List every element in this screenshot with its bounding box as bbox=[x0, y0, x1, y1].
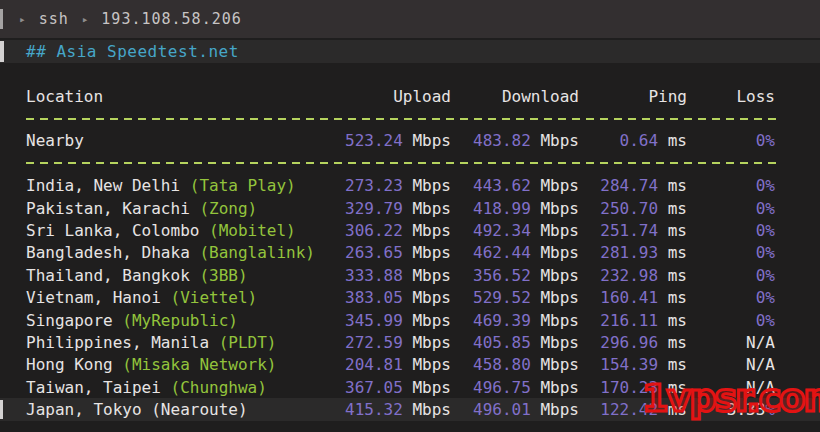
cell-location: Pakistan, Karachi (Zong) bbox=[0, 199, 331, 218]
upload-unit: Mbps bbox=[412, 355, 451, 374]
location-name: Pakistan, Karachi bbox=[26, 199, 199, 218]
cell-ping: 154.39 ms bbox=[579, 355, 687, 374]
cell-loss: 0% bbox=[687, 199, 775, 218]
cell-upload: 263.65 Mbps bbox=[331, 243, 451, 262]
header-download: Download bbox=[451, 87, 579, 106]
download-value: 458.80 bbox=[473, 355, 531, 374]
download-value: 469.39 bbox=[473, 311, 531, 330]
loss-value: 3.33 bbox=[727, 400, 766, 419]
download-value: 496.01 bbox=[473, 400, 531, 419]
cell-loss: 0% bbox=[687, 288, 775, 307]
cell-location: Singapore (MyRepublic) bbox=[0, 311, 331, 330]
location-name: Hong Kong bbox=[26, 355, 122, 374]
command-banner: ## Asia Speedtest.net bbox=[0, 40, 820, 63]
ping-value: 0.64 bbox=[620, 131, 659, 150]
cell-ping: 122.42 ms bbox=[579, 400, 687, 419]
table-row: Thailand, Bangkok (3BB) 333.88 Mbps 356.… bbox=[0, 264, 820, 286]
ping-value: 251.74 bbox=[600, 221, 658, 240]
upload-value: 204.81 bbox=[345, 355, 403, 374]
upload-value: 306.22 bbox=[345, 221, 403, 240]
cell-upload: 329.79 Mbps bbox=[331, 199, 451, 218]
table-row: Japan, Tokyo (Nearoute) 415.32 Mbps 496.… bbox=[0, 398, 820, 420]
cell-loss: 0% bbox=[687, 311, 775, 330]
upload-unit: Mbps bbox=[412, 243, 451, 262]
table-row: Hong Kong (Misaka Network) 204.81 Mbps 4… bbox=[0, 354, 820, 376]
tab-indicator bbox=[0, 9, 3, 29]
download-unit: Mbps bbox=[540, 355, 579, 374]
upload-unit: Mbps bbox=[412, 199, 451, 218]
cell-ping: 160.41 ms bbox=[579, 288, 687, 307]
table-row: Singapore (MyRepublic) 345.99 Mbps 469.3… bbox=[0, 309, 820, 331]
ping-unit: ms bbox=[668, 266, 687, 285]
upload-unit: Mbps bbox=[412, 333, 451, 352]
upload-value: 523.24 bbox=[345, 131, 403, 150]
loss-value: 0 bbox=[756, 243, 766, 262]
ping-value: 216.11 bbox=[600, 311, 658, 330]
location-name: Nearby bbox=[26, 131, 84, 150]
ping-unit: ms bbox=[668, 288, 687, 307]
cell-ping: 281.93 ms bbox=[579, 243, 687, 262]
cell-ping: 232.98 ms bbox=[579, 266, 687, 285]
ping-unit: ms bbox=[668, 378, 687, 397]
cell-upload: 415.32 Mbps bbox=[331, 400, 451, 419]
provider-name: (Mobitel) bbox=[209, 221, 296, 240]
download-unit: Mbps bbox=[540, 221, 579, 240]
download-unit: Mbps bbox=[540, 288, 579, 307]
dashed-separator bbox=[0, 152, 820, 174]
cell-loss: N/A bbox=[687, 355, 775, 374]
download-unit: Mbps bbox=[540, 311, 579, 330]
ping-value: 160.41 bbox=[600, 288, 658, 307]
cell-download: 405.85 Mbps bbox=[451, 333, 579, 352]
loss-unit: % bbox=[765, 400, 775, 419]
table-row: Bangladesh, Dhaka (Banglalink) 263.65 Mb… bbox=[0, 242, 820, 264]
dashed-separator bbox=[0, 107, 820, 129]
ping-unit: ms bbox=[668, 176, 687, 195]
provider-name: (Misaka Network) bbox=[122, 355, 276, 374]
loss-value: 0 bbox=[756, 221, 766, 240]
upload-unit: Mbps bbox=[412, 266, 451, 285]
cell-ping: 284.74 ms bbox=[579, 176, 687, 195]
loss-unit: % bbox=[765, 311, 775, 330]
rows-section: India, New Delhi (Tata Play) 273.23 Mbps… bbox=[0, 175, 820, 421]
cell-upload: 333.88 Mbps bbox=[331, 266, 451, 285]
ping-unit: ms bbox=[668, 400, 687, 419]
line-highlight-indicator bbox=[0, 41, 4, 62]
cell-ping: 0.64 ms bbox=[579, 131, 687, 150]
provider-name: (MyRepublic) bbox=[122, 311, 238, 330]
cell-ping: 250.70 ms bbox=[579, 199, 687, 218]
provider-name: (3BB) bbox=[199, 266, 247, 285]
cell-upload: 523.24 Mbps bbox=[331, 131, 451, 150]
ping-value: 122.42 bbox=[600, 400, 658, 419]
ssh-label: ssh bbox=[39, 10, 69, 28]
cell-download: 529.52 Mbps bbox=[451, 288, 579, 307]
upload-unit: Mbps bbox=[412, 131, 451, 150]
provider-name: (PLDT) bbox=[219, 333, 277, 352]
loss-value: 0 bbox=[756, 288, 766, 307]
cell-loss: 0% bbox=[687, 176, 775, 195]
nearby-section: Nearby 523.24 Mbps 483.82 Mbps 0.64 ms 0… bbox=[0, 130, 820, 152]
breadcrumb-arrow-icon: ▸ bbox=[19, 13, 26, 26]
cell-location: Vietnam, Hanoi (Viettel) bbox=[0, 288, 331, 307]
upload-unit: Mbps bbox=[412, 288, 451, 307]
loss-unit: % bbox=[765, 199, 775, 218]
table-row: Vietnam, Hanoi (Viettel) 383.05 Mbps 529… bbox=[0, 287, 820, 309]
cell-download: 469.39 Mbps bbox=[451, 311, 579, 330]
header-ping: Ping bbox=[579, 87, 687, 106]
upload-value: 329.79 bbox=[345, 199, 403, 218]
location-name: Japan, Tokyo bbox=[26, 400, 151, 419]
loss-unit: % bbox=[765, 266, 775, 285]
loss-unit: % bbox=[765, 243, 775, 262]
location-name: India, New Delhi bbox=[26, 176, 190, 195]
line-highlight-indicator bbox=[0, 400, 3, 419]
ping-unit: ms bbox=[668, 311, 687, 330]
table-row: Philippines, Manila (PLDT) 272.59 Mbps 4… bbox=[0, 331, 820, 353]
download-unit: Mbps bbox=[540, 243, 579, 262]
cell-loss: 0% bbox=[687, 131, 775, 150]
provider-name: (Zong) bbox=[199, 199, 257, 218]
ping-unit: ms bbox=[668, 333, 687, 352]
ping-value: 250.70 bbox=[600, 199, 658, 218]
cell-loss: N/A bbox=[687, 333, 775, 352]
table-row: Nearby 523.24 Mbps 483.82 Mbps 0.64 ms 0… bbox=[0, 130, 820, 152]
table-row: Pakistan, Karachi (Zong) 329.79 Mbps 418… bbox=[0, 197, 820, 219]
download-value: 529.52 bbox=[473, 288, 531, 307]
